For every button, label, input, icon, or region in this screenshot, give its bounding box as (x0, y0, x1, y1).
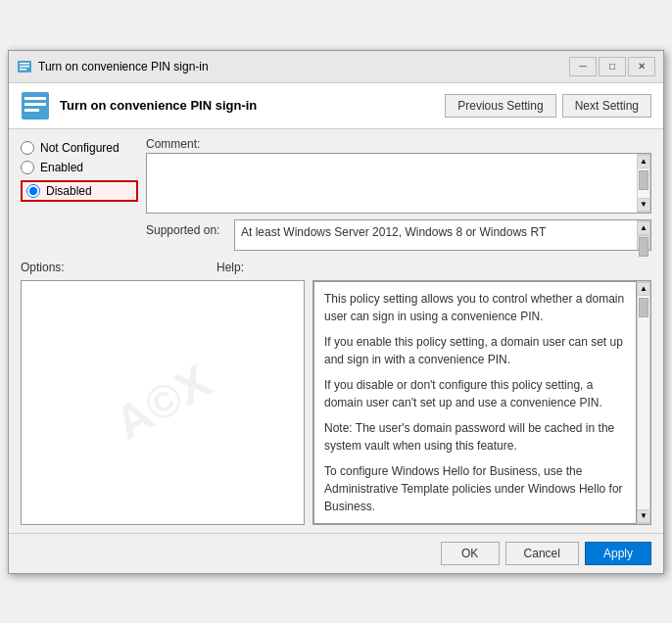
top-section: Not Configured Enabled Disabled Comment: (21, 137, 651, 251)
bottom-panels: A©X This policy setting allows you to co… (21, 280, 651, 525)
scroll-thumb[interactable] (639, 170, 648, 190)
help-section-label: Help: (216, 261, 651, 274)
comment-scrollbar[interactable]: ▲ ▼ (637, 154, 650, 213)
title-bar-controls: ─ □ ✕ (569, 57, 655, 76)
title-bar: Turn on convenience PIN sign-in ─ □ ✕ (9, 51, 663, 83)
svg-rect-3 (20, 69, 26, 71)
help-para-2: If you enable this policy setting, a dom… (324, 333, 626, 368)
help-scroll-track[interactable] (638, 296, 649, 509)
watermark: A©X (106, 354, 219, 451)
content: Not Configured Enabled Disabled Comment: (9, 129, 663, 533)
apply-button[interactable]: Apply (585, 542, 651, 565)
help-scroll-up[interactable]: ▲ (637, 282, 650, 296)
bottom-bar: OK Cancel Apply (9, 533, 663, 573)
disabled-radio[interactable] (26, 184, 40, 198)
help-scrollbar[interactable]: ▲ ▼ (637, 281, 650, 524)
help-scroll-down[interactable]: ▼ (637, 509, 650, 523)
previous-setting-button[interactable]: Previous Setting (445, 94, 555, 118)
right-section: Comment: ▲ ▼ (146, 137, 651, 251)
scroll-up-arrow[interactable]: ▲ (637, 155, 650, 168)
cancel-button[interactable]: Cancel (505, 542, 579, 565)
title-bar-left: Turn on convenience PIN sign-in (17, 59, 209, 74)
svg-rect-5 (24, 97, 46, 100)
next-setting-button[interactable]: Next Setting (562, 94, 651, 118)
title-bar-text: Turn on convenience PIN sign-in (38, 60, 209, 73)
minimize-button[interactable]: ─ (569, 57, 597, 76)
help-para-5: To configure Windows Hello for Business,… (324, 462, 626, 515)
enabled-radio[interactable] (21, 161, 34, 174)
svg-rect-1 (20, 63, 29, 65)
options-panel: A©X (21, 280, 305, 525)
svg-rect-2 (20, 66, 29, 68)
help-panel: This policy setting allows you to contro… (313, 281, 637, 524)
header-buttons: Previous Setting Next Setting (445, 94, 651, 118)
header-title: Turn on convenience PIN sign-in (60, 98, 435, 113)
options-section-label: Options: (21, 261, 216, 274)
maximize-button[interactable]: □ (599, 57, 626, 76)
supported-row: Supported on: At least Windows Server 20… (146, 219, 651, 251)
disabled-label: Disabled (46, 184, 92, 198)
supported-group: Supported on: At least Windows Server 20… (146, 219, 651, 251)
radio-group: Not Configured Enabled Disabled (21, 137, 138, 251)
section-labels: Options: Help: (21, 261, 651, 274)
enabled-option[interactable]: Enabled (21, 161, 138, 174)
svg-rect-7 (24, 109, 39, 112)
ok-button[interactable]: OK (441, 542, 500, 565)
not-configured-label: Not Configured (40, 141, 120, 155)
policy-icon (17, 59, 32, 74)
enabled-label: Enabled (40, 161, 83, 174)
supported-label: Supported on: (146, 219, 234, 237)
help-para-1: This policy setting allows you to contro… (324, 290, 626, 325)
scroll-down-arrow[interactable]: ▼ (637, 198, 650, 212)
disabled-option[interactable]: Disabled (21, 180, 138, 202)
header-bar: Turn on convenience PIN sign-in Previous… (9, 83, 663, 129)
sup-scroll-up[interactable]: ▲ (637, 221, 650, 235)
sup-scroll-thumb[interactable] (639, 237, 648, 257)
supported-scrollbar[interactable]: ▲ ▼ (637, 220, 650, 250)
comment-label: Comment: (146, 137, 651, 151)
comment-group: Comment: ▲ ▼ (146, 137, 651, 214)
scroll-track[interactable] (638, 168, 649, 198)
help-para-4: Note: The user's domain password will be… (324, 419, 626, 455)
not-configured-radio[interactable] (21, 141, 34, 155)
close-button[interactable]: ✕ (628, 57, 655, 76)
help-scroll-thumb[interactable] (639, 298, 648, 317)
svg-rect-6 (24, 103, 46, 106)
dialog: Turn on convenience PIN sign-in ─ □ ✕ Tu… (8, 50, 664, 574)
not-configured-option[interactable]: Not Configured (21, 141, 138, 155)
comment-textarea[interactable] (147, 154, 637, 213)
header-icon (21, 91, 50, 120)
help-para-3: If you disable or don't configure this p… (324, 376, 626, 411)
supported-value: At least Windows Server 2012, Windows 8 … (235, 220, 637, 250)
